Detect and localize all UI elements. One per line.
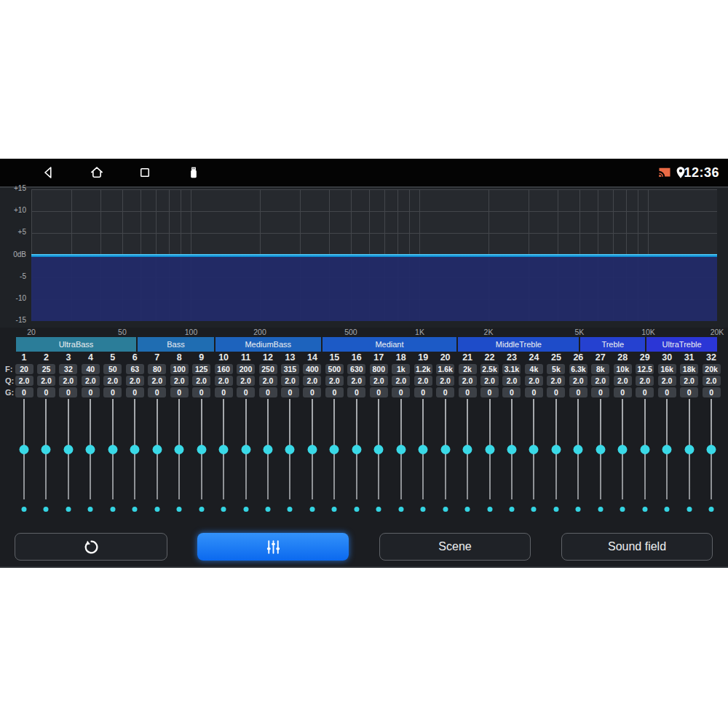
slider-dot: [22, 507, 27, 512]
slider-knob[interactable]: [219, 445, 229, 454]
gain-value-chip: 0: [703, 387, 721, 397]
slider-knob[interactable]: [707, 445, 716, 454]
sound-field-button[interactable]: Sound field: [561, 533, 713, 561]
slider-knob[interactable]: [86, 445, 95, 454]
screen: 12:36 +15+10+50dB-5-10-15 20501002005001…: [0, 0, 728, 728]
q-value-chip: 2.0: [37, 376, 55, 386]
slider-knob[interactable]: [285, 445, 295, 454]
slider-dot: [110, 507, 115, 512]
slider-knob[interactable]: [485, 445, 494, 454]
eq-gain-slider[interactable]: [79, 399, 101, 515]
freq-value-chip: 10k: [614, 364, 632, 374]
slider-knob[interactable]: [662, 445, 672, 454]
eq-gain-slider[interactable]: [656, 399, 678, 515]
eq-gain-slider[interactable]: [567, 399, 589, 515]
x-tick-label: 20: [27, 328, 36, 336]
slider-knob[interactable]: [264, 445, 273, 454]
eq-gain-slider[interactable]: [633, 399, 655, 515]
slider-knob[interactable]: [596, 445, 605, 454]
slider-knob[interactable]: [330, 445, 339, 454]
slider-knob[interactable]: [63, 445, 73, 454]
eq-gain-slider[interactable]: [523, 399, 545, 515]
eq-channel-column: 2912.52.00: [633, 352, 655, 397]
recents-button[interactable]: [138, 165, 153, 181]
back-button[interactable]: [41, 165, 57, 181]
slider-dot: [288, 507, 293, 512]
eq-gain-slider[interactable]: [124, 399, 146, 515]
eq-gain-slider[interactable]: [234, 399, 256, 515]
slider-knob[interactable]: [529, 445, 539, 454]
slider-knob[interactable]: [130, 445, 140, 454]
eq-gain-slider[interactable]: [35, 399, 57, 515]
eq-gain-slider[interactable]: [58, 399, 79, 515]
eq-channel-column: 4402.00: [79, 352, 101, 397]
slider-knob[interactable]: [640, 445, 649, 454]
slider-knob[interactable]: [197, 445, 206, 454]
eq-gain-slider[interactable]: [412, 399, 434, 515]
eq-gain-slider[interactable]: [390, 399, 412, 515]
slider-knob[interactable]: [684, 445, 694, 454]
eq-gain-slider[interactable]: [478, 399, 500, 515]
channel-number: 26: [573, 352, 583, 364]
slider-knob[interactable]: [352, 445, 361, 454]
eq-gain-slider[interactable]: [168, 399, 190, 515]
home-button[interactable]: [89, 165, 106, 181]
slider-knob[interactable]: [108, 445, 117, 454]
slider-dot: [443, 507, 448, 512]
channel-number: 30: [662, 352, 672, 364]
band-segment: UltraBass: [16, 337, 136, 352]
slider-knob[interactable]: [574, 445, 583, 454]
slider-knob[interactable]: [241, 445, 250, 454]
slider-knob[interactable]: [618, 445, 628, 454]
eq-gain-slider[interactable]: [612, 399, 633, 515]
slider-knob[interactable]: [551, 445, 561, 454]
slider-dot: [354, 507, 359, 512]
eq-gain-slider[interactable]: [102, 399, 124, 515]
eq-gain-slider[interactable]: [146, 399, 168, 515]
reset-icon: [82, 537, 101, 557]
slider-knob[interactable]: [440, 445, 450, 454]
band-segment-label: UltraBass: [59, 340, 94, 349]
slider-knob[interactable]: [507, 445, 516, 454]
eq-gain-slider[interactable]: [545, 399, 567, 515]
eq-gain-slider[interactable]: [346, 399, 368, 515]
eq-gain-slider[interactable]: [590, 399, 612, 515]
eq-gain-slider[interactable]: [678, 399, 700, 515]
band-segment: MiddleTreble: [458, 337, 579, 352]
eq-gain-slider[interactable]: [301, 399, 323, 515]
scene-button[interactable]: Scene: [379, 533, 531, 561]
eq-channel-column: 222.5k2.00: [478, 352, 500, 397]
slider-knob[interactable]: [419, 445, 428, 454]
freq-value-chip: 18k: [680, 364, 698, 374]
slider-knob[interactable]: [41, 445, 51, 454]
channel-number: 32: [706, 352, 716, 364]
channel-number: 6: [132, 352, 138, 364]
eq-gain-slider[interactable]: [257, 399, 279, 515]
band-header: UltraBassBassMediumBassMediantMiddleTreb…: [16, 337, 717, 352]
eq-gain-slider[interactable]: [501, 399, 523, 515]
y-tick-label: -5: [20, 272, 26, 280]
slider-knob[interactable]: [20, 445, 29, 454]
slider-knob[interactable]: [374, 445, 384, 454]
slider-knob[interactable]: [175, 445, 184, 454]
eq-gain-slider[interactable]: [368, 399, 389, 515]
slider-knob[interactable]: [152, 445, 162, 454]
eq-channel-column: 2810k2.00: [612, 352, 633, 397]
eq-gain-slider[interactable]: [190, 399, 212, 515]
slider-knob[interactable]: [463, 445, 472, 454]
eq-gain-slider[interactable]: [279, 399, 301, 515]
slider-knob[interactable]: [307, 445, 317, 454]
eq-gain-slider[interactable]: [13, 399, 35, 515]
channel-number: 13: [285, 352, 296, 364]
eq-gain-slider[interactable]: [213, 399, 234, 515]
q-value-chip: 2.0: [303, 376, 321, 386]
gain-value-chip: 0: [59, 387, 77, 397]
eq-gain-slider[interactable]: [700, 399, 722, 515]
slider-knob[interactable]: [396, 445, 405, 454]
eq-gain-slider[interactable]: [434, 399, 456, 515]
equalizer-button[interactable]: [197, 533, 349, 561]
eq-gain-slider[interactable]: [323, 399, 345, 515]
reset-button[interactable]: [15, 533, 167, 561]
band-segment-label: MediumBass: [245, 340, 291, 349]
eq-gain-slider[interactable]: [456, 399, 478, 515]
